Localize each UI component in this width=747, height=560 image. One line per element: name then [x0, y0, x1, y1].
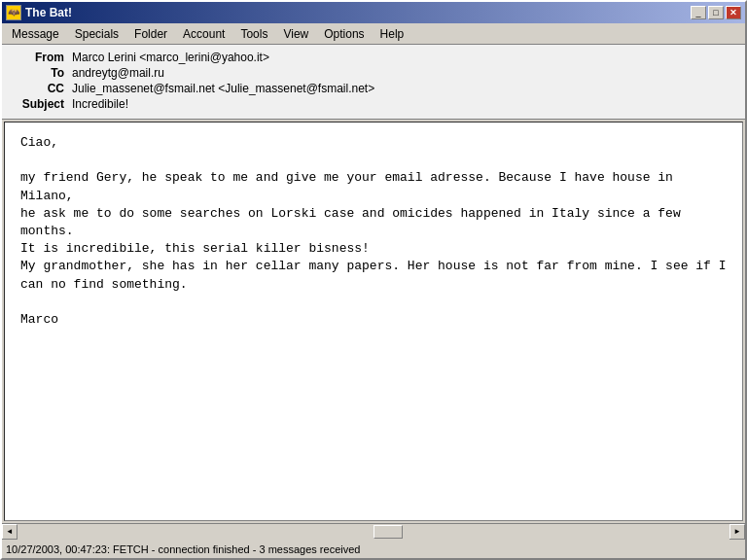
title-bar: 🦇 The Bat! _ □ ✕ [2, 2, 745, 23]
cc-row: CC Julie_massenet@fsmail.net <Julie_mass… [14, 82, 733, 95]
to-value: andreytg@mail.ru [72, 66, 164, 80]
from-label: From [14, 51, 72, 64]
to-label: To [14, 66, 72, 80]
subject-row: Subject Incredibile! [14, 97, 733, 111]
scroll-right-button[interactable]: ► [729, 524, 745, 540]
status-text: 10/27/2003, 00:47:23: FETCH - connection… [6, 543, 360, 555]
menu-view[interactable]: View [275, 25, 316, 43]
cc-value: Julie_massenet@fsmail.net <Julie_massene… [72, 82, 374, 95]
app-icon: 🦇 [6, 5, 21, 20]
bottom-area: ◄ ► 10/27/2003, 00:47:23: FETCH - connec… [2, 523, 745, 558]
to-row: To andreytg@mail.ru [14, 66, 733, 80]
email-body-container[interactable]: Ciao, my friend Gery, he speak to me and… [4, 122, 743, 521]
subject-value: Incredibile! [72, 97, 128, 111]
scrollbar-thumb[interactable] [374, 525, 403, 539]
menu-message[interactable]: Message [4, 25, 67, 43]
title-bar-left: 🦇 The Bat! [6, 5, 72, 20]
email-header: From Marco Lerini <marco_lerini@yahoo.it… [2, 45, 745, 120]
minimize-button[interactable]: _ [691, 6, 706, 19]
from-row: From Marco Lerini <marco_lerini@yahoo.it… [14, 51, 733, 64]
cc-label: CC [14, 82, 72, 95]
main-window: 🦇 The Bat! _ □ ✕ Message Specials Folder… [0, 0, 747, 560]
menu-account[interactable]: Account [175, 25, 232, 43]
menu-help[interactable]: Help [373, 25, 412, 43]
status-bar: 10/27/2003, 00:47:23: FETCH - connection… [2, 539, 745, 558]
menu-tools[interactable]: Tools [232, 25, 275, 43]
close-button[interactable]: ✕ [726, 6, 741, 19]
menu-options[interactable]: Options [316, 25, 372, 43]
email-body: Ciao, my friend Gery, he speak to me and… [20, 134, 727, 329]
menu-bar: Message Specials Folder Account Tools Vi… [2, 23, 745, 45]
scroll-left-button[interactable]: ◄ [2, 524, 18, 540]
menu-specials[interactable]: Specials [67, 25, 126, 43]
from-value: Marco Lerini <marco_lerini@yahoo.it> [72, 51, 269, 64]
window-controls: _ □ ✕ [691, 6, 741, 19]
subject-label: Subject [14, 97, 72, 111]
window-title: The Bat! [25, 6, 72, 19]
maximize-button[interactable]: □ [708, 6, 724, 19]
horizontal-scrollbar[interactable]: ◄ ► [2, 523, 745, 539]
menu-folder[interactable]: Folder [126, 25, 175, 43]
scrollbar-track[interactable] [18, 524, 729, 540]
